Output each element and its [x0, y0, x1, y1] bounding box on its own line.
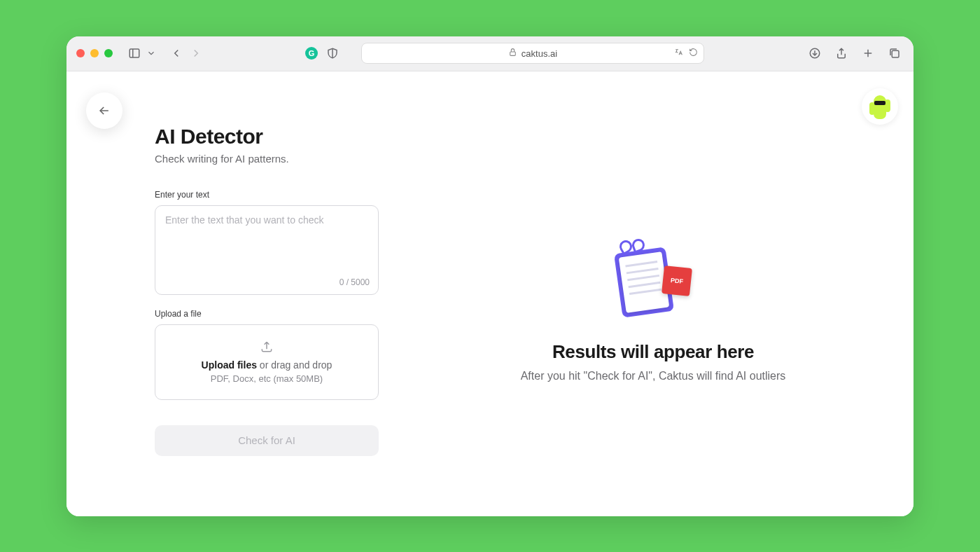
- downloads-button[interactable]: [806, 44, 824, 62]
- results-illustration: PDF: [611, 244, 695, 322]
- pdf-badge-icon: PDF: [662, 265, 692, 296]
- upload-line-1: Upload files or drag and drop: [202, 359, 332, 371]
- window-controls: [76, 49, 113, 57]
- input-panel: AI Detector Check writing for AI pattern…: [155, 125, 379, 502]
- browser-titlebar: G caktus.ai: [66, 36, 913, 71]
- browser-window: G caktus.ai: [66, 36, 913, 516]
- url-text: caktus.ai: [522, 48, 557, 59]
- cactus-avatar-icon: [868, 92, 892, 120]
- upload-icon: [260, 340, 274, 354]
- nav-back-button[interactable]: [167, 44, 186, 62]
- privacy-shield-icon[interactable]: [323, 44, 342, 62]
- svg-rect-0: [130, 49, 139, 57]
- sidebar-menu-chevron[interactable]: [146, 44, 156, 62]
- minimize-window-button[interactable]: [90, 49, 99, 57]
- profile-avatar[interactable]: [862, 88, 898, 125]
- nav-forward-button[interactable]: [187, 44, 205, 62]
- char-counter: 0 / 5000: [340, 277, 370, 287]
- page-content: AI Detector Check writing for AI pattern…: [66, 71, 913, 516]
- translate-icon[interactable]: [674, 47, 683, 60]
- maximize-window-button[interactable]: [104, 49, 113, 57]
- svg-rect-8: [892, 50, 899, 57]
- upload-hint: PDF, Docx, etc (max 50MB): [211, 373, 323, 384]
- page-subtitle: Check writing for AI patterns.: [155, 153, 379, 165]
- new-tab-button[interactable]: [859, 44, 877, 62]
- address-bar[interactable]: caktus.ai: [361, 43, 704, 64]
- file-dropzone[interactable]: Upload files or drag and drop PDF, Docx,…: [155, 324, 379, 400]
- lock-icon: [508, 48, 517, 59]
- upload-label: Upload a file: [155, 309, 379, 319]
- share-button[interactable]: [832, 44, 850, 62]
- results-panel: PDF Results will appear here After you h…: [421, 125, 886, 502]
- text-input-container: 0 / 5000: [155, 205, 379, 295]
- grammarly-extension-icon[interactable]: G: [305, 47, 318, 60]
- svg-rect-3: [510, 52, 516, 55]
- results-title: Results will appear here: [521, 341, 786, 363]
- textarea-label: Enter your text: [155, 190, 379, 200]
- check-for-ai-button[interactable]: Check for AI: [155, 425, 379, 456]
- reload-icon[interactable]: [689, 47, 698, 60]
- sidebar-toggle-button[interactable]: [125, 44, 144, 62]
- close-window-button[interactable]: [76, 49, 85, 57]
- results-subtitle: After you hit "Check for AI", Caktus wil…: [521, 370, 786, 382]
- text-input[interactable]: [165, 214, 368, 269]
- page-title: AI Detector: [155, 125, 379, 149]
- page-back-button[interactable]: [86, 92, 122, 129]
- tab-overview-button[interactable]: [886, 44, 904, 62]
